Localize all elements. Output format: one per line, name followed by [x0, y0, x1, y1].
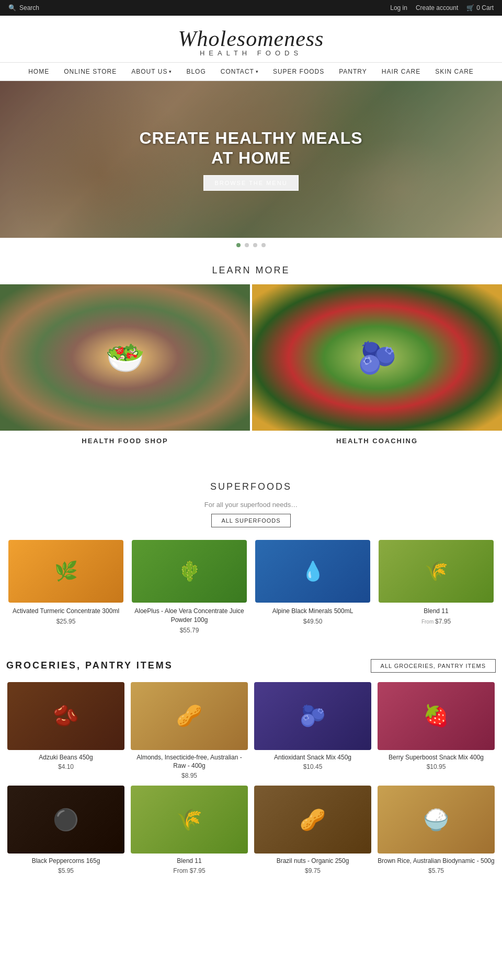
product-card-turmeric[interactable]: 🌿 Activated Turmeric Concentrate 300ml $…	[4, 536, 128, 638]
grocery-name-adzuki: Adzuki Beans 450g	[7, 753, 124, 762]
health-coaching-col[interactable]: 🫐 HEALTH COACHING	[252, 284, 502, 448]
logo-sub: HEALTH FOODS	[8, 49, 494, 57]
health-coaching-label: HEALTH COACHING	[252, 431, 502, 448]
hero-dot-3[interactable]	[253, 243, 257, 247]
superfoods-section: SUPERFOODS For all your superfood needs……	[0, 460, 502, 651]
from-label: From	[421, 619, 435, 625]
groceries-grid: 🫘 Adzuki Beans 450g $4.10 🥜 Almonds, Ins…	[4, 679, 498, 878]
grocery-image-almonds: 🥜	[131, 682, 248, 750]
all-superfoods-button[interactable]: ALL SUPERFOODS	[211, 514, 290, 527]
chevron-down-icon-contact: ▾	[256, 69, 258, 74]
nav-blog[interactable]: BLOG	[186, 68, 206, 75]
grocery-price-pepper: $5.95	[7, 867, 124, 874]
product-card-minerals[interactable]: 💧 Alpine Black Minerals 500mL $49.50	[251, 536, 374, 638]
logo-text[interactable]: Wholesomeness	[8, 26, 494, 51]
cart-icon: 🛒	[466, 4, 474, 11]
superfoods-grid: 🌿 Activated Turmeric Concentrate 300ml $…	[0, 536, 502, 638]
grocery-card-blend2[interactable]: 🌾 Blend 11 From $7.95	[128, 782, 251, 878]
product-price-blend11: From $7.95	[379, 618, 494, 625]
grocery-card-antioxidant[interactable]: 🫐 Antioxidant Snack Mix 450g $10.45	[251, 679, 374, 783]
superfoods-subtitle: For all your superfood needs…	[0, 501, 502, 509]
grocery-card-rice[interactable]: 🍚 Brown Rice, Australian Biodynamic - 50…	[374, 782, 498, 878]
grocery-card-adzuki[interactable]: 🫘 Adzuki Beans 450g $4.10	[4, 679, 128, 783]
grocery-price-almonds: $8.95	[131, 772, 248, 779]
nav-home[interactable]: HOME	[28, 68, 49, 75]
grocery-card-berry[interactable]: 🍓 Berry Superboost Snack Mix 400g $10.95	[374, 679, 498, 783]
top-bar: 🔍 Search Log in Create account 🛒 0 Cart	[0, 0, 502, 16]
grocery-image-adzuki: 🫘	[7, 682, 124, 750]
nav-contact[interactable]: CONTACT ▾	[221, 68, 258, 75]
product-card-aloe[interactable]: 🌵 AloePlus - Aloe Vera Concentrate Juice…	[128, 536, 251, 638]
nav-online-store[interactable]: ONLINE STORE	[64, 68, 117, 75]
grocery-name-rice: Brown Rice, Australian Biodynamic - 500g	[378, 857, 495, 866]
grocery-name-berry: Berry Superboost Snack Mix 400g	[378, 753, 495, 762]
product-image-turmeric: 🌿	[8, 540, 123, 603]
product-name-turmeric: Activated Turmeric Concentrate 300ml	[8, 607, 123, 616]
hero-title: CREATE HEALTHY MEALS AT HOME	[139, 128, 362, 168]
hero-dots	[0, 238, 502, 252]
grocery-name-antioxidant: Antioxidant Snack Mix 450g	[254, 753, 371, 762]
grocery-name-almonds: Almonds, Insecticide-free, Australian - …	[131, 753, 248, 771]
grocery-card-almonds[interactable]: 🥜 Almonds, Insecticide-free, Australian …	[128, 679, 251, 783]
grocery-name-blend2: Blend 11	[131, 857, 248, 866]
grocery-image-berry: 🍓	[378, 682, 495, 750]
health-food-shop-image: 🥗	[0, 284, 250, 431]
login-link[interactable]: Log in	[390, 4, 407, 11]
grocery-image-antioxidant: 🫐	[254, 682, 371, 750]
create-account-link[interactable]: Create account	[416, 4, 458, 11]
grocery-name-brazil: Brazil nuts - Organic 250g	[254, 857, 371, 866]
grocery-price-berry: $10.95	[378, 763, 495, 770]
search-label: Search	[19, 4, 39, 11]
product-price-turmeric: $25.95	[8, 618, 123, 625]
nav-super-foods[interactable]: SUPER FOODS	[273, 68, 324, 75]
all-groceries-button[interactable]: ALL GROCERIES, PANTRY ITEMS	[371, 659, 496, 673]
groceries-section: GROCERIES, PANTRY ITEMS ALL GROCERIES, P…	[0, 651, 502, 890]
hero-banner: CREATE HEALTHY MEALS AT HOME BROWSE THE …	[0, 81, 502, 238]
nav-about-us[interactable]: ABOUT US ▾	[131, 68, 172, 75]
learn-more-title: LEARN MORE	[0, 252, 502, 284]
hero-content: CREATE HEALTHY MEALS AT HOME BROWSE THE …	[139, 128, 362, 191]
chevron-down-icon: ▾	[169, 69, 172, 74]
hero-dot-1[interactable]	[236, 243, 241, 247]
cart-button[interactable]: 🛒 0 Cart	[466, 4, 494, 11]
nav-hair-care[interactable]: HAIR CARE	[382, 68, 420, 75]
grocery-price-rice: $5.75	[378, 867, 495, 874]
product-image-blend11: 🌾	[379, 540, 494, 603]
hero-dot-2[interactable]	[245, 243, 249, 247]
main-nav: HOME ONLINE STORE ABOUT US ▾ BLOG CONTAC…	[0, 62, 502, 81]
product-card-blend11[interactable]: 🌾 Blend 11 From $7.95	[374, 536, 498, 638]
nav-pantry[interactable]: PANTRY	[339, 68, 367, 75]
search-icon: 🔍	[8, 4, 16, 11]
product-image-minerals: 💧	[255, 540, 370, 603]
grocery-price-brazil: $9.75	[254, 867, 371, 874]
grocery-image-rice: 🍚	[378, 786, 495, 854]
grocery-name-pepper: Black Peppercorns 165g	[7, 857, 124, 866]
grocery-image-pepper: ⚫	[7, 786, 124, 854]
grocery-card-brazil[interactable]: 🥜 Brazil nuts - Organic 250g $9.75	[251, 782, 374, 878]
product-price-minerals: $49.50	[255, 618, 370, 625]
top-bar-right: Log in Create account 🛒 0 Cart	[390, 4, 494, 11]
nav-skin-care[interactable]: SKIN CARE	[435, 68, 474, 75]
groceries-header: GROCERIES, PANTRY ITEMS ALL GROCERIES, P…	[4, 659, 498, 673]
grocery-image-blend2: 🌾	[131, 786, 248, 854]
product-name-blend11: Blend 11	[379, 607, 494, 616]
superfoods-title: SUPERFOODS	[0, 469, 502, 501]
learn-more-cols: 🥗 HEALTH FOOD SHOP 🫐 HEALTH COACHING	[0, 284, 502, 460]
learn-more-section: LEARN MORE 🥗 HEALTH FOOD SHOP 🫐 HEALTH C…	[0, 252, 502, 460]
hero-browse-button[interactable]: BROWSE THE MENU	[203, 175, 298, 191]
product-name-aloe: AloePlus - Aloe Vera Concentrate Juice P…	[132, 607, 247, 625]
health-coaching-image: 🫐	[252, 284, 502, 431]
grocery-card-pepper[interactable]: ⚫ Black Peppercorns 165g $5.95	[4, 782, 128, 878]
product-name-minerals: Alpine Black Minerals 500mL	[255, 607, 370, 616]
hero-dot-4[interactable]	[261, 243, 266, 247]
groceries-title: GROCERIES, PANTRY ITEMS	[6, 660, 173, 671]
grocery-image-brazil: 🥜	[254, 786, 371, 854]
grocery-price-antioxidant: $10.45	[254, 763, 371, 770]
grocery-price-adzuki: $4.10	[7, 763, 124, 770]
from-label-2: From	[173, 867, 189, 874]
site-header: Wholesomeness HEALTH FOODS	[0, 16, 502, 62]
cart-label: 0 Cart	[476, 4, 494, 11]
grocery-price-blend2: From $7.95	[131, 867, 248, 874]
health-food-shop-col[interactable]: 🥗 HEALTH FOOD SHOP	[0, 284, 250, 448]
search-trigger[interactable]: 🔍 Search	[8, 4, 39, 11]
